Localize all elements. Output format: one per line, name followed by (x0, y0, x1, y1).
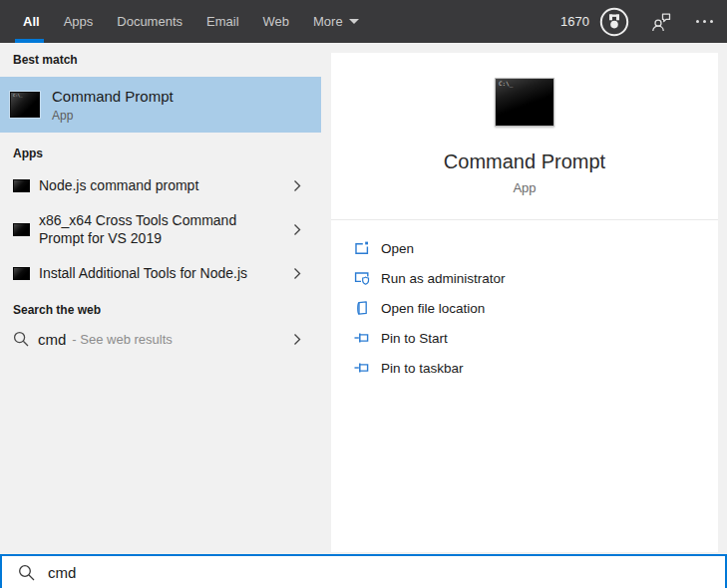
web-result-query: cmd (38, 331, 66, 348)
tab-web-label: Web (263, 14, 290, 29)
action-run-as-administrator[interactable]: Run as administrator (331, 263, 718, 293)
app-result-install-additional-tools[interactable]: Install Additional Tools for Node.js (0, 253, 321, 293)
app-result-label: Node.js command prompt (39, 176, 266, 194)
best-match-section-label: Best match (0, 43, 321, 67)
pin-icon (354, 330, 370, 346)
command-prompt-icon-text: C:\_ (13, 94, 23, 98)
best-match-result-command-prompt[interactable]: C:\_ Command Prompt App (0, 77, 321, 133)
search-header: All Apps Documents Email Web More 1670 (0, 0, 727, 43)
best-match-title: Command Prompt (52, 88, 174, 105)
app-result-x86-x64-cross-tools[interactable]: x86_x64 Cross Tools Command Prompt for V… (0, 205, 321, 253)
action-open[interactable]: Open (331, 233, 718, 263)
feedback-icon[interactable] (650, 11, 672, 33)
web-result-cmd[interactable]: cmd - See web results (0, 319, 321, 359)
action-list: Open Run as administrator Open file loca… (331, 233, 718, 383)
pin-icon (354, 360, 370, 376)
search-icon (18, 564, 35, 581)
search-query-text: cmd (48, 564, 76, 581)
tab-web[interactable]: Web (263, 0, 290, 43)
web-result-suffix: - See web results (72, 332, 172, 347)
rewards-medal-icon[interactable] (598, 6, 630, 38)
preview-panel: C:\_ Command Prompt App Open Run as admi… (331, 53, 718, 552)
command-prompt-icon-text: C:\_ (499, 81, 513, 87)
app-result-label: x86_x64 Cross Tools Command Prompt for V… (39, 211, 266, 247)
search-input[interactable]: cmd (0, 554, 727, 588)
action-pin-to-start[interactable]: Pin to Start (331, 323, 718, 353)
more-options-icon[interactable] (696, 20, 713, 23)
folder-location-icon (354, 300, 370, 316)
admin-shield-icon (354, 270, 370, 286)
tab-more-label: More (313, 14, 343, 29)
preview-title: Command Prompt (331, 149, 718, 173)
action-open-file-location[interactable]: Open file location (331, 293, 718, 323)
header-right-cluster: 1670 (560, 6, 727, 38)
action-label: Run as administrator (381, 271, 506, 286)
chevron-right-icon[interactable] (293, 179, 301, 192)
tab-documents[interactable]: Documents (117, 0, 182, 43)
app-result-label: Install Additional Tools for Node.js (39, 264, 266, 282)
best-match-text: Command Prompt App (52, 88, 174, 123)
tab-documents-label: Documents (117, 14, 182, 29)
apps-section-label: Apps (0, 133, 321, 160)
tab-more[interactable]: More (313, 0, 359, 43)
tab-email-label: Email (206, 14, 239, 29)
terminal-icon (13, 223, 30, 236)
open-icon (354, 240, 370, 256)
tab-all-label: All (23, 14, 40, 29)
search-web-section-label: Search the web (0, 293, 321, 317)
best-match-subtitle: App (52, 109, 174, 123)
command-prompt-large-icon: C:\_ (495, 78, 554, 127)
tab-email[interactable]: Email (206, 0, 239, 43)
tab-apps-label: Apps (64, 14, 94, 29)
action-label: Open (381, 241, 414, 256)
action-label: Pin to Start (381, 331, 448, 346)
divider (331, 219, 718, 220)
action-label: Open file location (381, 301, 485, 316)
filter-tabs: All Apps Documents Email Web More (23, 0, 359, 43)
command-prompt-icon: C:\_ (10, 92, 40, 118)
action-pin-to-taskbar[interactable]: Pin to taskbar (331, 353, 718, 383)
chevron-right-icon[interactable] (293, 333, 301, 346)
chevron-right-icon[interactable] (293, 223, 301, 236)
tab-all[interactable]: All (23, 0, 40, 43)
app-result-nodejs-command-prompt[interactable]: Node.js command prompt (0, 165, 321, 205)
results-panel: Best match C:\_ Command Prompt App Apps … (0, 43, 321, 554)
chevron-right-icon[interactable] (293, 267, 301, 280)
rewards-points: 1670 (560, 14, 589, 29)
search-icon (13, 331, 29, 347)
tab-apps[interactable]: Apps (64, 0, 94, 43)
terminal-icon (13, 179, 30, 192)
preview-subtitle: App (331, 180, 718, 195)
action-label: Pin to taskbar (381, 361, 464, 376)
terminal-icon (13, 267, 30, 280)
chevron-down-icon (349, 19, 359, 24)
